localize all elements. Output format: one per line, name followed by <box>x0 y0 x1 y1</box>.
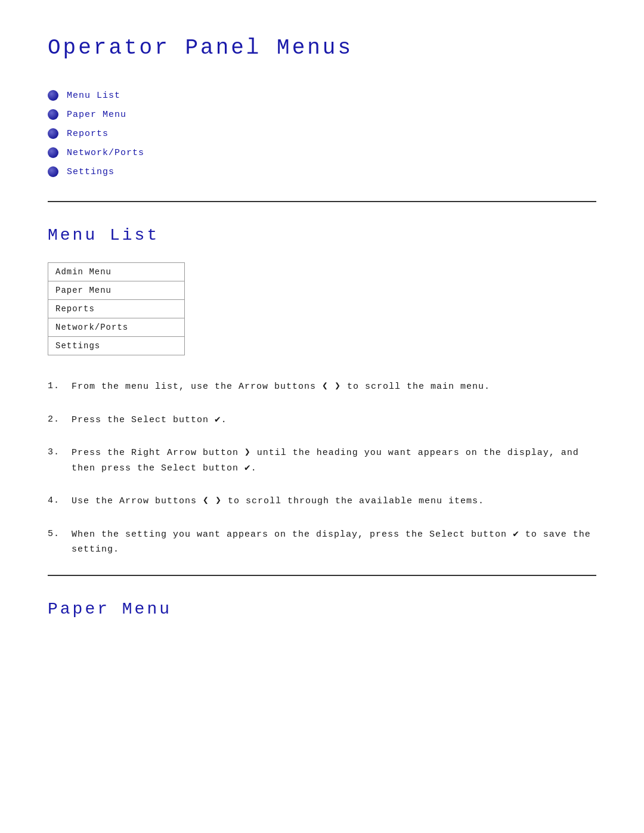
bullet-icon-2 <box>48 109 58 120</box>
step-text-2: Press the Select button ✔. <box>72 413 596 428</box>
step-2: 2. Press the Select button ✔. <box>48 413 596 428</box>
nav-item-settings[interactable]: Settings <box>48 166 596 177</box>
menu-table: Admin Menu Paper Menu Reports Network/Po… <box>48 262 185 355</box>
arrow-both-icon-2: ❮ ❯ <box>203 494 222 509</box>
nav-link-menu-list[interactable]: Menu List <box>67 91 120 101</box>
table-row: Network/Ports <box>48 318 185 337</box>
divider-1 <box>48 201 596 202</box>
nav-item-reports[interactable]: Reports <box>48 128 596 139</box>
arrow-both-icon-1: ❮ ❯ <box>322 379 341 395</box>
step-text-1: From the menu list, use the Arrow button… <box>72 379 596 395</box>
section-title-paper-menu: Paper Menu <box>48 600 596 618</box>
check-icon-2: ✔ <box>244 461 251 476</box>
step-text-5: When the setting you want appears on the… <box>72 527 596 557</box>
nav-link-settings[interactable]: Settings <box>67 167 114 177</box>
nav-list: Menu List Paper Menu Reports Network/Por… <box>48 90 596 177</box>
table-cell-admin-menu: Admin Menu <box>48 263 185 281</box>
step-text-3: Press the Right Arrow button ❯ until the… <box>72 445 596 476</box>
step-number-4: 4. <box>48 494 72 508</box>
check-icon-1: ✔ <box>215 413 221 428</box>
step-4: 4. Use the Arrow buttons ❮ ❯ to scroll t… <box>48 494 596 509</box>
table-cell-reports: Reports <box>48 300 185 318</box>
table-cell-paper-menu: Paper Menu <box>48 281 185 300</box>
nav-item-menu-list[interactable]: Menu List <box>48 90 596 101</box>
nav-item-network-ports[interactable]: Network/Ports <box>48 147 596 158</box>
bullet-icon-3 <box>48 128 58 139</box>
divider-2 <box>48 575 596 576</box>
steps-list: 1. From the menu list, use the Arrow but… <box>48 379 596 557</box>
nav-item-paper-menu[interactable]: Paper Menu <box>48 109 596 120</box>
nav-link-network-ports[interactable]: Network/Ports <box>67 148 144 158</box>
bullet-icon-5 <box>48 166 58 177</box>
table-row: Settings <box>48 337 185 355</box>
section-paper-menu: Paper Menu <box>48 600 596 618</box>
nav-link-reports[interactable]: Reports <box>67 129 109 139</box>
bullet-icon-4 <box>48 147 58 158</box>
section-menu-list: Menu List Admin Menu Paper Menu Reports … <box>48 226 596 557</box>
table-row: Paper Menu <box>48 281 185 300</box>
step-5: 5. When the setting you want appears on … <box>48 527 596 557</box>
step-1: 1. From the menu list, use the Arrow but… <box>48 379 596 395</box>
table-cell-settings: Settings <box>48 337 185 355</box>
page-title: Operator Panel Menus <box>48 36 596 60</box>
step-text-4: Use the Arrow buttons ❮ ❯ to scroll thro… <box>72 494 596 509</box>
table-cell-network-ports: Network/Ports <box>48 318 185 337</box>
check-icon-3: ✔ <box>513 527 519 543</box>
step-number-1: 1. <box>48 379 72 394</box>
arrow-right-icon: ❯ <box>244 445 251 461</box>
step-number-5: 5. <box>48 527 72 541</box>
section-title-menu-list: Menu List <box>48 226 596 244</box>
bullet-icon-1 <box>48 90 58 101</box>
step-3: 3. Press the Right Arrow button ❯ until … <box>48 445 596 476</box>
step-number-3: 3. <box>48 445 72 460</box>
table-row: Admin Menu <box>48 263 185 281</box>
step-number-2: 2. <box>48 413 72 427</box>
table-row: Reports <box>48 300 185 318</box>
nav-link-paper-menu[interactable]: Paper Menu <box>67 110 126 120</box>
